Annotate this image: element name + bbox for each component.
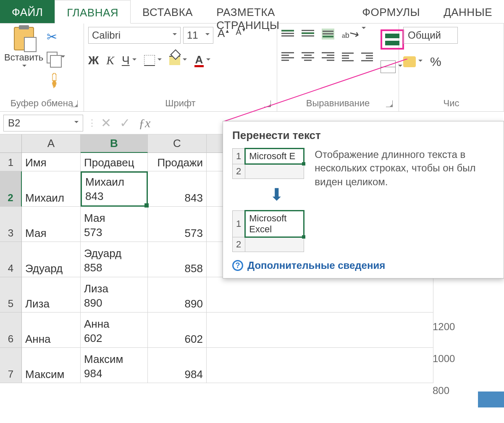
font-size-select[interactable]: 11 (183, 27, 213, 44)
tab-file[interactable]: ФАЙЛ (0, 0, 55, 23)
chart-bar (478, 391, 504, 407)
cell[interactable]: Продажи (148, 153, 207, 171)
paste-dropdown-caret[interactable] (22, 65, 26, 69)
cell[interactable]: Лиза 890 (81, 277, 148, 313)
ribbon-tabs: ФАЙЛ ГЛАВНАЯ ВСТАВКА РАЗМЕТКА СТРАНИЦЫ Ф… (0, 0, 504, 24)
bold-button[interactable]: Ж (88, 54, 99, 67)
tab-data[interactable]: ДАННЫЕ (432, 0, 504, 23)
group-clipboard: Вставить ✂ 🖌 Буфер обмена (0, 24, 84, 111)
paste-icon (14, 27, 34, 50)
help-icon: ? (232, 260, 243, 271)
underline-button[interactable]: Ч (122, 54, 136, 67)
name-box[interactable]: B2 (3, 115, 83, 131)
currency-icon (403, 56, 416, 67)
col-header-a[interactable]: A (22, 134, 81, 153)
row-header[interactable]: 3 (0, 207, 22, 242)
tooltip-description: Отображение длинного текста в нескольких… (315, 148, 494, 252)
chart-tick: 1000 (420, 343, 504, 375)
align-left-button[interactable] (281, 51, 294, 62)
table-row: ЛизаЛиза 890890 (22, 277, 433, 313)
enter-formula-button[interactable]: ✓ (120, 116, 130, 130)
fill-color-button[interactable] (169, 56, 187, 65)
cell[interactable]: 890 (148, 277, 207, 313)
cell[interactable]: Лиза (22, 277, 81, 313)
cell[interactable]: Эдуард 858 (81, 242, 148, 277)
row-header[interactable]: 2 (0, 171, 22, 207)
col-header-c[interactable]: C (148, 134, 207, 153)
row-header[interactable]: 4 (0, 242, 22, 277)
row-header[interactable]: 7 (0, 348, 22, 383)
group-alignment: ab↗ Выравнивание (277, 24, 399, 111)
align-right-button[interactable] (322, 51, 334, 62)
cell[interactable] (207, 277, 433, 313)
paste-button[interactable]: Вставить (4, 27, 43, 95)
font-color-icon: А (194, 54, 204, 67)
cell[interactable]: 573 (148, 207, 207, 242)
alignment-dialog-launcher[interactable] (386, 100, 393, 107)
align-bottom-button[interactable] (322, 29, 334, 39)
table-row: МаксимМаксим 984984 (22, 348, 433, 383)
tab-home[interactable]: ГЛАВНАЯ (55, 0, 131, 24)
cell[interactable]: Михаил (22, 171, 81, 207)
decrease-indent-button[interactable] (342, 51, 354, 61)
clipboard-dialog-launcher[interactable] (71, 100, 78, 107)
borders-button[interactable] (144, 55, 162, 66)
cell[interactable] (207, 348, 433, 383)
paste-label: Вставить (4, 52, 43, 63)
align-center-button[interactable] (302, 51, 314, 62)
select-all-corner[interactable] (0, 134, 22, 153)
cell[interactable]: Мая (22, 207, 81, 242)
copy-button[interactable] (47, 52, 65, 63)
tab-page-layout[interactable]: РАЗМЕТКА СТРАНИЦЫ (205, 0, 350, 23)
font-name-select[interactable]: Calibri (88, 27, 181, 44)
align-top-button[interactable] (281, 29, 294, 39)
arrow-down-icon: ⬇ (249, 185, 304, 204)
row-header[interactable]: 1 (0, 153, 22, 171)
cell[interactable]: Максим 984 (81, 348, 148, 383)
align-middle-button[interactable] (302, 29, 314, 39)
cell[interactable] (207, 313, 433, 348)
cut-button[interactable]: ✂ (47, 29, 65, 44)
group-label-font: Шрифт (165, 98, 195, 108)
orientation-button[interactable]: ab↗ (342, 27, 366, 41)
cell[interactable]: 984 (148, 348, 207, 383)
cell[interactable]: 602 (148, 313, 207, 348)
table-row: АннаАнна 602602 (22, 313, 433, 348)
group-label-clipboard: Буфер обмена (10, 98, 74, 108)
cell[interactable]: 843 (148, 171, 207, 207)
cell[interactable]: 858 (148, 242, 207, 277)
cell[interactable]: Эдуард (22, 242, 81, 277)
decrease-font-button[interactable]: A▼ (234, 27, 248, 44)
wrap-text-tooltip: Перенести текст 1Microsoft E2 ⬇ 1Microso… (223, 121, 504, 278)
group-number: Общий % Чис (399, 24, 504, 111)
cell[interactable]: Анна 602 (81, 313, 148, 348)
row-header[interactable]: 5 (0, 277, 22, 313)
fx-button[interactable]: ƒx (139, 116, 150, 130)
col-header-b[interactable]: B (81, 134, 148, 153)
merge-icon (381, 60, 396, 73)
fill-icon (169, 56, 180, 65)
row-header[interactable]: 6 (0, 313, 22, 348)
tooltip-help-link[interactable]: ? Дополнительные сведения (232, 260, 494, 271)
percent-button[interactable]: % (430, 55, 441, 69)
increase-font-button[interactable]: A▲ (216, 27, 231, 44)
cell[interactable]: Имя (22, 153, 81, 171)
increase-indent-button[interactable] (361, 51, 373, 61)
cancel-formula-button[interactable]: ✕ (101, 116, 111, 130)
cell[interactable]: Продавец (81, 153, 148, 171)
cell[interactable]: Анна (22, 313, 81, 348)
currency-button[interactable] (403, 56, 423, 67)
number-format-select[interactable]: Общий (403, 27, 458, 44)
tooltip-title: Перенести текст (232, 129, 494, 142)
cell[interactable]: Михаил 843 (81, 171, 148, 207)
font-dialog-launcher[interactable] (264, 100, 271, 107)
italic-button[interactable]: К (106, 54, 114, 67)
font-color-button[interactable]: А (194, 54, 211, 67)
cell[interactable]: Максим (22, 348, 81, 383)
tab-formulas[interactable]: ФОРМУЛЫ (350, 0, 432, 23)
format-painter-button[interactable]: 🖌 (44, 67, 68, 91)
wrap-text-icon (385, 34, 399, 45)
tab-insert[interactable]: ВСТАВКА (131, 0, 205, 23)
group-label-alignment: Выравнивание (306, 98, 370, 108)
cell[interactable]: Мая 573 (81, 207, 148, 242)
